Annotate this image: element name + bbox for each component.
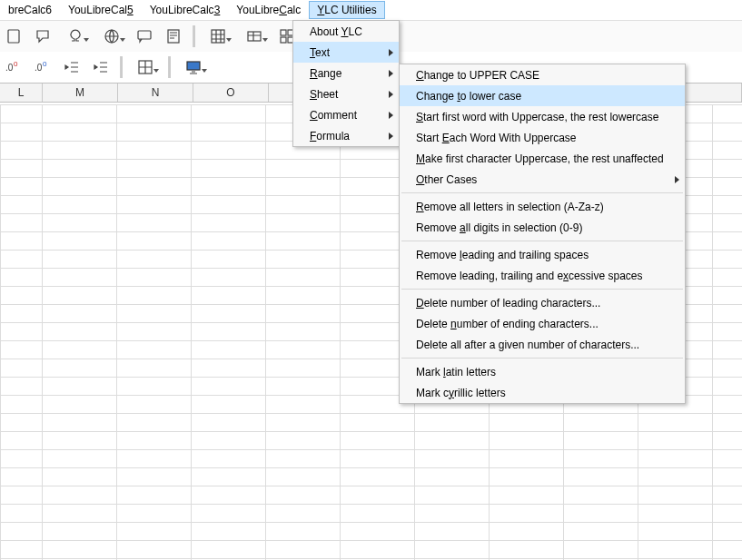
svg-rect-5 xyxy=(248,32,261,41)
text-menu-item-8[interactable]: Remove all digits in selection (0-9) xyxy=(400,217,685,238)
text-menu-item-4[interactable]: Make first character Uppercase, the rest… xyxy=(400,148,685,169)
svg-rect-0 xyxy=(8,30,19,43)
text-menu-sep xyxy=(401,192,683,193)
text-menu-item-2[interactable]: Start first word with Uppercase, the res… xyxy=(400,106,685,127)
submenu-arrow-icon xyxy=(675,176,679,183)
gridline-h xyxy=(0,449,742,450)
colheader-L[interactable]: L xyxy=(0,84,43,102)
screen-icon[interactable] xyxy=(180,57,207,77)
page-icon[interactable] xyxy=(163,26,183,46)
speech-icon[interactable] xyxy=(33,26,53,46)
submenu-arrow-icon xyxy=(389,133,393,140)
grid-icon[interactable] xyxy=(204,26,232,46)
svg-rect-2 xyxy=(138,31,151,39)
ylc-menu-item-0[interactable]: About YLC xyxy=(293,21,399,42)
svg-rect-3 xyxy=(168,30,179,43)
submenu-arrow-icon xyxy=(389,70,393,77)
indentL-icon[interactable] xyxy=(62,57,82,77)
gridline-h xyxy=(0,486,742,486)
menu-0[interactable]: breCalc6 xyxy=(0,1,60,19)
text-menu-item-14[interactable]: Delete number of ending characters... xyxy=(400,313,685,334)
toolbar-separator xyxy=(168,56,171,78)
text-menu-item-3[interactable]: Start Each Word With Uppercase xyxy=(400,127,685,148)
globe-icon[interactable] xyxy=(98,26,125,46)
ylc-menu-item-2[interactable]: Range xyxy=(293,63,399,84)
svg-text:.0: .0 xyxy=(5,63,14,73)
ylc-menu-item-4[interactable]: Comment xyxy=(293,104,399,125)
text-menu-item-18[interactable]: Mark cyrillic letters xyxy=(400,382,685,403)
table-icon[interactable] xyxy=(241,26,268,46)
svg-text:.0: .0 xyxy=(35,63,43,73)
gridline-h xyxy=(0,522,742,523)
gridline-h xyxy=(0,540,742,541)
border-icon[interactable] xyxy=(132,57,159,77)
svg-text:0: 0 xyxy=(14,60,18,68)
gridline-v xyxy=(0,104,1,560)
menu-2[interactable]: YouLibreCalc3 xyxy=(142,1,229,19)
ylc-menu-item-5[interactable]: Formula xyxy=(293,125,399,146)
submenu-arrow-icon xyxy=(389,112,393,119)
text-menu-item-0[interactable]: Change to UPPER CASE xyxy=(400,64,685,85)
text-menu-sep xyxy=(401,358,683,359)
text-menu-item-17[interactable]: Mark latin letters xyxy=(400,361,685,382)
menu-1[interactable]: YouLibreCal5 xyxy=(60,1,142,19)
indentR-icon[interactable] xyxy=(91,57,111,77)
submenu-arrow-icon xyxy=(389,91,393,98)
submenu-arrow-icon xyxy=(389,49,393,56)
gridline-h xyxy=(0,413,742,414)
d00b-icon[interactable]: .00 xyxy=(33,57,53,77)
gridline-h xyxy=(0,504,742,505)
text-menu-item-1[interactable]: Change to lower case xyxy=(400,85,685,106)
colheader-M[interactable]: M xyxy=(43,84,118,102)
svg-text:0: 0 xyxy=(43,60,47,68)
text-menu-item-13[interactable]: Delete number of leading characters... xyxy=(400,292,685,313)
gridline-v xyxy=(340,104,341,560)
colheader-N[interactable]: N xyxy=(118,84,193,102)
text-menu-item-5[interactable]: Other Cases xyxy=(400,169,685,190)
gridline-v xyxy=(265,104,266,560)
text-menu-item-11[interactable]: Remove leading, trailing and excessive s… xyxy=(400,265,685,286)
text-submenu: Change to UPPER CASEChange to lower case… xyxy=(399,64,686,404)
omega-icon[interactable] xyxy=(62,26,89,46)
menubar: breCalc6YouLibreCal5YouLibreCalc3YouLibr… xyxy=(0,0,742,21)
comment-icon[interactable] xyxy=(134,26,154,46)
svg-rect-4 xyxy=(212,30,224,43)
gridline-h xyxy=(0,431,742,432)
text-menu-item-15[interactable]: Delete all after a given number of chara… xyxy=(400,334,685,355)
menu-4[interactable]: YLC Utilities xyxy=(309,1,384,19)
svg-rect-6 xyxy=(281,30,286,35)
gridline-v xyxy=(712,104,713,560)
menu-3[interactable]: YouLibreCalc xyxy=(228,1,309,19)
toolbar-separator xyxy=(193,25,195,47)
gridline-v xyxy=(42,104,43,560)
gridline-h xyxy=(0,558,742,559)
text-menu-sep xyxy=(401,289,683,290)
colheader-O[interactable]: O xyxy=(193,84,269,102)
gridline-h xyxy=(0,467,742,468)
text-menu-sep xyxy=(401,241,683,241)
gridline-v xyxy=(116,104,117,560)
gridline-v xyxy=(191,104,192,560)
toolbar-separator xyxy=(120,56,123,78)
svg-rect-8 xyxy=(281,37,286,43)
ylc-menu-item-1[interactable]: Text xyxy=(293,42,399,63)
doc-icon[interactable] xyxy=(4,26,24,46)
svg-rect-16 xyxy=(187,62,200,70)
ylc-utilities-menu: About YLCTextRangeSheetCommentFormula xyxy=(292,20,400,147)
text-menu-item-10[interactable]: Remove leading and trailing spaces xyxy=(400,244,685,265)
text-menu-item-7[interactable]: Remove all letters in selection (A-Za-z) xyxy=(400,196,685,217)
ylc-menu-item-3[interactable]: Sheet xyxy=(293,84,399,104)
d00-icon[interactable]: .00 xyxy=(4,57,24,77)
